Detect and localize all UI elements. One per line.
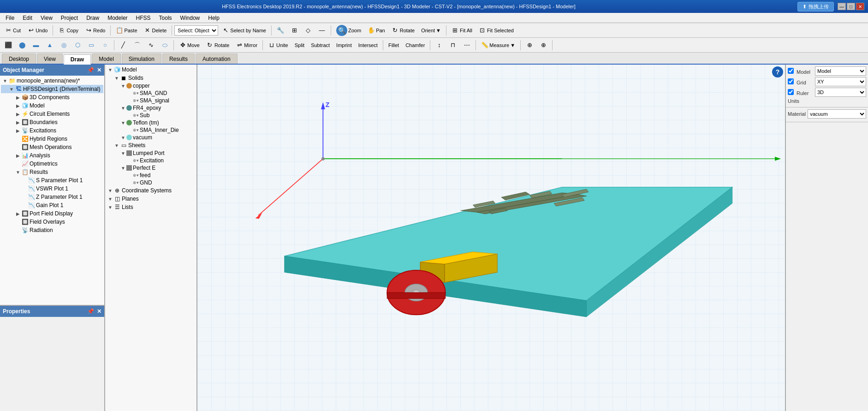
model-tree-fr4[interactable]: ▼ FR4_epoxy: [106, 104, 196, 112]
tab-results[interactable]: Results: [162, 54, 195, 64]
menu-item-edit[interactable]: Edit: [19, 14, 36, 22]
tree-port-field-display[interactable]: ▶ 🔲 Port Field Display: [1, 209, 103, 218]
mt-solids-expand[interactable]: ▼: [113, 76, 120, 81]
tab-model[interactable]: Model: [92, 54, 121, 64]
fit-selected-button[interactable]: ⊡ Fit Selected: [476, 24, 517, 36]
tab-desktop[interactable]: Desktop: [2, 54, 36, 64]
select-by-name-button[interactable]: ↖ Select by Name: [219, 24, 269, 36]
icon-btn-1[interactable]: 🔧: [274, 24, 287, 36]
icon-btn-2[interactable]: ⊞: [288, 24, 301, 36]
tree-vswr-plot1[interactable]: 📉 VSWR Plot 1: [1, 185, 103, 193]
obj-manager-close-button[interactable]: ✕: [97, 67, 101, 73]
cylinder-button[interactable]: ▬: [30, 39, 42, 51]
move-button[interactable]: ✥ Move: [176, 39, 202, 51]
split-button[interactable]: Split: [292, 39, 307, 51]
cone-button[interactable]: ▲: [43, 39, 56, 51]
minimize-button[interactable]: —: [838, 3, 846, 10]
maximize-button[interactable]: □: [847, 3, 855, 10]
model-tree-lists[interactable]: ▼ ☰ Lists: [106, 203, 196, 211]
model-tree-sub[interactable]: ⊕▾ Sub: [106, 112, 196, 119]
tree-model[interactable]: ▶ 🧊 Model: [1, 101, 103, 110]
mt-planes-expand[interactable]: ▼: [107, 197, 113, 202]
mt-teflon-expand[interactable]: ▼: [120, 120, 126, 125]
model-tree-planes[interactable]: ▼ ◫ Planes: [106, 195, 196, 203]
pfd-expand[interactable]: ▶: [15, 211, 21, 216]
paste-button[interactable]: 📋 Paste: [113, 24, 140, 36]
mt-vacuum-expand[interactable]: ▼: [120, 135, 126, 140]
tab-draw[interactable]: Draw: [64, 54, 91, 65]
sweep-button[interactable]: ↕: [433, 39, 446, 51]
mt-cs-expand[interactable]: ▼: [107, 188, 113, 193]
tree-3d-components[interactable]: ▶ 📦 3D Components: [1, 93, 103, 101]
mt-model-expand[interactable]: ▼: [107, 67, 113, 72]
rect-button[interactable]: ▭: [85, 39, 98, 51]
menu-item-tools[interactable]: Tools: [155, 14, 176, 22]
model-tree-coordinate-systems[interactable]: ▼ ⊕ Coordinate Systems: [106, 186, 196, 195]
section-button[interactable]: ⋯: [460, 39, 473, 51]
tab-view[interactable]: View: [37, 54, 63, 64]
grid-checkbox[interactable]: [788, 78, 794, 84]
rotate-button[interactable]: ↻ Rotate: [389, 24, 417, 36]
menu-item-view[interactable]: View: [37, 14, 56, 22]
menu-item-help[interactable]: Help: [204, 14, 223, 22]
spline-button[interactable]: ∿: [144, 39, 157, 51]
tree-excitations[interactable]: ▶ 📡 Excitations: [1, 126, 103, 135]
circle-button[interactable]: ○: [99, 39, 112, 51]
model-tree-teflon[interactable]: ▼ Teflon (tm): [106, 119, 196, 126]
model-tree-model[interactable]: ▼ 🧊 Model: [106, 66, 196, 74]
fillet-button[interactable]: Fillet: [386, 39, 402, 51]
tree-boundaries[interactable]: ▶ 🔲 Boundaries: [1, 118, 103, 126]
model-tree-excitation[interactable]: ⊕▾ Excitation: [106, 157, 196, 164]
mt-copper-expand[interactable]: ▼: [120, 83, 126, 89]
tree-analysis[interactable]: ▶ 📊 Analysis: [1, 151, 103, 160]
tree-design-root[interactable]: ▼ 🏗 HFSSDesign1 (DrivenTerminal): [1, 85, 103, 93]
model-tree-copper[interactable]: ▼ copper: [106, 82, 196, 89]
props-close-button[interactable]: ✕: [97, 308, 101, 315]
select-mode-dropdown[interactable]: Select: Object Select: Face Select: Edge…: [174, 25, 218, 36]
analysis-expand[interactable]: ▶: [15, 153, 21, 158]
model-tree-feed[interactable]: ⊕▾ feed: [106, 172, 196, 179]
tree-s-param-plot1[interactable]: 📉 S Parameter Plot 1: [1, 176, 103, 185]
model-tree-sma-signal[interactable]: ⊕▾ SMA_signal: [106, 97, 196, 104]
object-tree[interactable]: ▼ 📁 monopole_antenna(new)* ▼ 🏗 HFSSDesig…: [0, 76, 104, 305]
tree-z-param-plot1[interactable]: 📉 Z Parameter Plot 1: [1, 193, 103, 201]
design-expand-icon[interactable]: ▼: [8, 87, 15, 92]
tree-gain-plot1[interactable]: 📉 Gain Plot 1: [1, 201, 103, 209]
ruler-checkbox[interactable]: [788, 89, 794, 95]
line-button[interactable]: ╱: [117, 39, 130, 51]
project-expand-icon[interactable]: ▼: [2, 78, 8, 83]
torus-button[interactable]: ◎: [57, 39, 70, 51]
tree-circuit-elements[interactable]: ▶ ⚡ Circuit Elements: [1, 110, 103, 118]
model-tree-sma-gnd[interactable]: ⊕▾ SMA_GND: [106, 89, 196, 97]
subtract-button[interactable]: Subtract: [308, 39, 333, 51]
undo-button[interactable]: ↩ Undo: [24, 24, 50, 36]
imprint-button[interactable]: Imprint: [333, 39, 355, 51]
orient-button[interactable]: Orient ▼: [418, 24, 444, 36]
zoom-button[interactable]: 🔍 Zoom: [333, 24, 364, 36]
circuit-expand[interactable]: ▶: [15, 112, 21, 117]
model-tree-vacuum[interactable]: ▼ vacuum: [106, 134, 196, 141]
mt-lists-expand[interactable]: ▼: [107, 205, 113, 210]
menu-item-hfss[interactable]: HFSS: [132, 14, 155, 22]
cover-button[interactable]: ⊓: [446, 39, 459, 51]
model-tree-solids[interactable]: ▼ ◼ Solids: [106, 74, 196, 82]
mt-fr4-expand[interactable]: ▼: [120, 106, 126, 111]
redo-button[interactable]: ↪ Redo: [82, 24, 108, 36]
arc-button[interactable]: ⌒: [131, 39, 143, 51]
cut-button[interactable]: ✂ Cut: [2, 24, 24, 36]
unite-button[interactable]: ⊔ Unite: [265, 39, 291, 51]
box-button[interactable]: ⬛: [2, 39, 15, 51]
tree-mesh-operations[interactable]: 🔲 Mesh Operations: [1, 143, 103, 151]
model-select[interactable]: Model: [815, 66, 866, 76]
boundaries-expand[interactable]: ▶: [15, 120, 21, 125]
close-button[interactable]: ✕: [856, 3, 864, 10]
icon-btn-3[interactable]: ◇: [302, 24, 315, 36]
props-pin-button[interactable]: 📌: [87, 308, 94, 315]
chamfer-button[interactable]: Chamfer: [403, 39, 428, 51]
rotate2-button[interactable]: ↻ Rotate: [203, 39, 232, 51]
mt-lumped-port-expand[interactable]: ▼: [120, 151, 126, 156]
menu-item-modeler[interactable]: Modeler: [104, 14, 131, 22]
icon-btn-4[interactable]: —: [315, 24, 328, 36]
tab-simulation[interactable]: Simulation: [122, 54, 161, 64]
model-tree-perfect-e[interactable]: ▼ Perfect E: [106, 164, 196, 172]
